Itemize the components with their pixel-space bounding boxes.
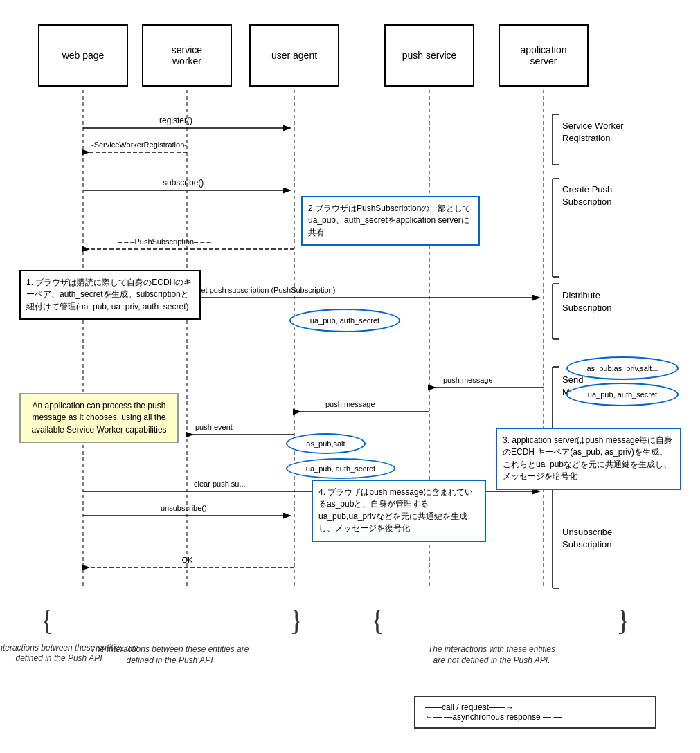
- actor-pushservice: push service: [384, 24, 474, 87]
- label-swr: Service WorkerRegistration: [562, 120, 624, 145]
- legend-response: ←— —asynchronous response — —: [425, 712, 645, 722]
- oval-ua-pub-1-text: ua_pub, auth_secret: [310, 316, 379, 325]
- actor-webpage-label: web page: [62, 50, 105, 61]
- label-unsub: UnsubscribeSubscription: [562, 526, 612, 551]
- blue-box-4-text: 4. ブラウザはpush messageに含まれているas_pubと、自身が管理…: [318, 487, 473, 533]
- legend-call: ——call / request——→: [425, 702, 645, 712]
- oval-ua-pub-2-text: ua_pub, auth_secret: [588, 390, 657, 399]
- legend-box: ——call / request——→ ←— —asynchronous res…: [414, 696, 656, 729]
- oval-ua-pub-3-text: ua_pub, auth_secret: [306, 464, 375, 473]
- msg-setpush: set push subscription (PushSubscription): [197, 286, 335, 294]
- actor-webpage: web page: [38, 24, 128, 87]
- msg-subscribe: subscribe(): [163, 178, 204, 188]
- brace-left-line2: defined in the Push API: [127, 655, 214, 665]
- msg-push-event: push event: [195, 423, 233, 431]
- svg-text:{: {: [40, 604, 54, 636]
- svg-text:}: }: [616, 604, 630, 636]
- label-dist: DistributeSubscription: [562, 289, 612, 314]
- msg-clear: clear push su...: [194, 480, 246, 488]
- note1-text: 1. ブラウザは購読に際して自身のECDHのキーペア、auth_secretを生…: [26, 278, 192, 311]
- brace-right-line2: are not defined in the Push API.: [433, 655, 550, 665]
- msg-unsub: unsubscribe(): [161, 504, 207, 512]
- yellow-text: An application can process the push mess…: [31, 401, 166, 435]
- oval-ua-pub-3: ua_pub, auth_secret: [286, 458, 395, 479]
- msg-push2: push message: [325, 400, 375, 408]
- note3-box: 3. application serverはpush message毎に自身のE…: [496, 428, 681, 490]
- oval-ua-pub-1: ua_pub, auth_secret: [289, 309, 400, 332]
- brace-right-line1: The interactions with these entities: [428, 644, 555, 654]
- oval-as-pub: as_pub,as_priv,salt...: [566, 356, 679, 380]
- svg-text:{: {: [370, 604, 384, 636]
- note1-box: 1. ブラウザは購読に際して自身のECDHのキーペア、auth_secretを生…: [19, 270, 201, 320]
- label-cps: Create PushSubscription: [562, 183, 612, 208]
- msg-swr: -ServiceWorkerRegistration-: [91, 140, 187, 149]
- actor-sw-label: service worker: [172, 44, 202, 66]
- blue-box-4: 4. ブラウザはpush messageに含まれているas_pubと、自身が管理…: [312, 480, 486, 542]
- oval-ua-pub-2: ua_pub, auth_secret: [566, 383, 679, 406]
- brace-left-line1: The interactions between these entities …: [91, 644, 249, 654]
- yellow-box: An application can process the push mess…: [19, 393, 179, 443]
- msg-push1: push message: [443, 376, 493, 384]
- sequence-diagram: { } { } register() -ServiceWorkerRegistr…: [0, 0, 700, 753]
- oval-as-pub-salt: as_pub,salt: [286, 433, 366, 454]
- msg-register: register(): [159, 116, 192, 125]
- blue-box-2: 2.ブラウザはPushSubscriptionの一部としてua_pub、auth…: [301, 196, 480, 246]
- oval-as-pub-salt-text: as_pub,salt: [306, 439, 345, 448]
- actor-appserver: application server: [499, 24, 589, 87]
- brace-left-text1: The interactions between these entities …: [0, 643, 138, 653]
- actor-useragent: user agent: [249, 24, 339, 87]
- msg-ok: – – – OK – – –: [163, 556, 213, 564]
- blue-box-2-text: 2.ブラウザはPushSubscriptionの一部としてua_pub、auth…: [308, 203, 471, 237]
- actor-serviceworker: service worker: [142, 24, 232, 87]
- actor-ps-label: push service: [402, 50, 457, 61]
- msg-pushsub: – – –PushSubscription– – –: [118, 237, 211, 246]
- brace-left-text2: defined in the Push API: [16, 653, 103, 663]
- actor-ua-label: user agent: [271, 50, 317, 61]
- svg-text:}: }: [289, 604, 303, 636]
- actor-as-label: application server: [521, 44, 567, 66]
- oval-as-pub-text: as_pub,as_priv,salt...: [586, 364, 658, 372]
- note3-text: 3. application serverはpush message毎に自身のE…: [503, 435, 672, 481]
